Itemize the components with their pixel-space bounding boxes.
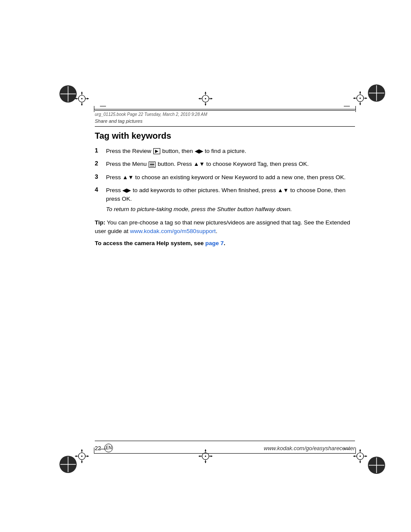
play-icon: ▶ [153,148,160,154]
reg-mark-bc [198,448,213,464]
svg-point-37 [360,456,361,457]
section-label: Share and tag pictures [95,118,355,124]
svg-marker-24 [353,97,355,99]
reg-mark-tl [74,91,90,106]
svg-marker-35 [87,455,89,457]
svg-point-53 [205,456,206,457]
svg-point-7 [81,98,83,100]
footer: 22 EN www.kodak.com/go/easysharecenter [95,441,355,452]
svg-marker-43 [359,461,361,463]
access-link[interactable]: page 7 [205,240,224,246]
svg-marker-23 [359,103,361,105]
vtick-tl [94,106,94,112]
svg-marker-59 [205,461,206,463]
svg-marker-32 [81,449,83,451]
access-line: To access the camera Help system, see pa… [95,240,355,246]
step-number-4: 4 [95,186,104,193]
htick-tl [100,106,106,106]
page: urg_01125.book Page 22 Tuesday, March 2,… [0,0,411,532]
step-4: 4 Press ◀▶ to add keywords to other pict… [95,186,355,214]
en-badge: EN [104,444,113,452]
step-2: 2 Press the Menu button. Press ▲▼ to cho… [95,160,355,168]
footer-left: 22 EN [95,444,113,452]
svg-marker-61 [211,455,212,457]
steps-list: 1 Press the Review ▶ button, then ◀▶ to … [95,147,355,214]
vtick-tr [355,106,356,112]
ud-arrow-icon-3: ▲▼ [277,187,289,193]
htick-tr [344,106,350,106]
reg-mark-bl-large [59,455,78,474]
reg-mark-tr-large [367,84,386,103]
step-number-3: 3 [95,173,104,180]
svg-marker-13 [81,104,83,106]
step-number-2: 2 [95,160,104,167]
tip-section: Tip: You can pre-choose a tag so that ne… [95,218,355,236]
divider [95,126,355,127]
step-content-2: Press the Menu button. Press ▲▼ to choos… [106,160,308,168]
tip-label: Tip: [95,219,106,226]
svg-marker-68 [205,92,206,93]
svg-point-17 [360,98,361,99]
svg-point-63 [205,98,206,100]
svg-marker-22 [359,91,361,93]
svg-point-27 [81,456,83,457]
ud-arrow-icon-2: ▲▼ [122,174,134,180]
svg-marker-70 [199,98,200,100]
svg-marker-15 [87,98,89,100]
reg-mark-br [352,448,368,464]
top-rule [94,109,356,109]
section-title: Tag with keywords [95,131,355,141]
step-3: 3 Press ▲▼ to choose an existing keyword… [95,173,355,182]
step-1: 1 Press the Review ▶ button, then ◀▶ to … [95,147,355,156]
access-text-before: To access the camera Help system, see [95,240,205,246]
footer-url: www.kodak.com/go/easysharecenter [264,445,355,451]
svg-marker-58 [205,449,206,451]
reg-mark-br-large [367,456,386,475]
svg-marker-12 [81,92,83,93]
svg-marker-33 [81,461,83,463]
menu-icon [149,162,156,168]
svg-marker-42 [359,449,361,451]
step-content-1: Press the Review ▶ button, then ◀▶ to fi… [106,147,246,156]
step-content-4: Press ◀▶ to add keywords to other pictur… [106,186,355,214]
bottom-rule [94,453,356,454]
book-info: urg_01125.book Page 22 Tuesday, March 2,… [95,112,207,117]
svg-marker-44 [353,455,355,457]
svg-marker-71 [211,98,212,100]
ud-arrow-icon-1: ▲▼ [193,161,205,167]
reg-mark-tc [198,91,213,106]
tip-link[interactable]: www.kodak.com/go/m580support [130,228,216,234]
vtick-bl [94,448,94,454]
header-bar: urg_01125.book Page 22 Tuesday, March 2,… [95,110,355,117]
reg-mark-tr [352,90,368,106]
svg-marker-14 [75,98,77,100]
svg-marker-60 [199,455,200,457]
lr-arrow-icon-1: ◀▶ [195,148,203,154]
step-content-3: Press ▲▼ to choose an existing keyword o… [106,173,346,182]
access-period: . [224,240,225,246]
italic-note-4: To return to picture-taking mode, press … [106,205,355,214]
content-area: Share and tag pictures Tag with keywords… [95,118,355,446]
step-number-1: 1 [95,147,104,154]
tip-period: . [216,228,218,234]
lr-arrow-icon-2: ◀▶ [122,187,131,193]
svg-marker-69 [205,104,206,106]
page-number: 22 [95,445,101,451]
svg-marker-25 [365,97,367,99]
